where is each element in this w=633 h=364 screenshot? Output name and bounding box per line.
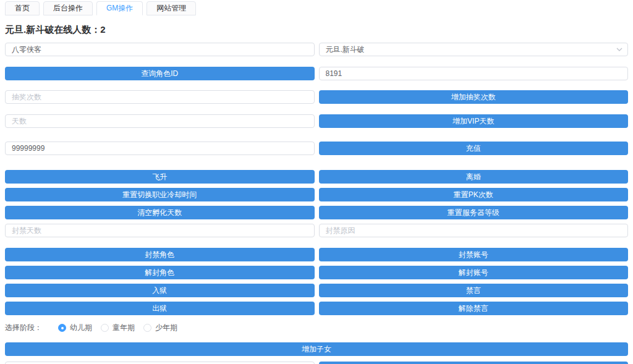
radio-stage-infant[interactable]: 幼儿期 bbox=[58, 323, 92, 333]
stage-label: 选择阶段： bbox=[5, 323, 42, 333]
ban-account-button[interactable]: 封禁账号 bbox=[319, 248, 629, 261]
jail-button[interactable]: 入狱 bbox=[5, 284, 315, 297]
row-lottery: 增加抽奖次数 bbox=[5, 90, 628, 104]
server-select[interactable]: 元旦.新斗破 bbox=[319, 43, 629, 56]
radio-stage-teen[interactable]: 少年期 bbox=[143, 323, 177, 333]
ascend-button[interactable]: 飞升 bbox=[5, 170, 315, 184]
child-id-input[interactable] bbox=[5, 362, 315, 364]
radio-stage-child-label: 童年期 bbox=[113, 323, 135, 333]
lottery-count-input[interactable] bbox=[5, 90, 315, 104]
add-child-health-button[interactable]: 增加子女健康度 bbox=[319, 362, 629, 364]
radio-icon bbox=[101, 324, 109, 332]
add-lottery-count-button[interactable]: 增加抽奖次数 bbox=[319, 90, 629, 104]
row-add-child: 增加子女 bbox=[5, 342, 628, 356]
radio-stage-child[interactable]: 童年期 bbox=[101, 323, 135, 333]
radio-icon bbox=[143, 324, 151, 332]
tab-gm-ops[interactable]: GM操作 bbox=[96, 1, 143, 15]
radio-stage-teen-label: 少年期 bbox=[155, 323, 177, 333]
tab-bar: 首页 后台操作 GM操作 网站管理 bbox=[5, 1, 628, 15]
role-id-input[interactable] bbox=[319, 67, 629, 80]
recharge-amount-input[interactable] bbox=[5, 142, 315, 155]
row-role-server: 元旦.新斗破 bbox=[5, 43, 628, 56]
row-ban-inputs bbox=[5, 224, 628, 237]
server-select-value: 元旦.新斗破 bbox=[326, 44, 365, 55]
row-ban-actions: 封禁角色 封禁账号 bbox=[5, 248, 628, 261]
add-vip-days-button[interactable]: 增加VIP天数 bbox=[319, 114, 629, 128]
days-input[interactable] bbox=[5, 114, 315, 128]
radio-icon bbox=[58, 324, 66, 332]
row-release-unmute: 出狱 解除禁言 bbox=[5, 302, 628, 315]
query-role-id-button[interactable]: 查询角色ID bbox=[5, 67, 315, 80]
clear-hatch-days-button[interactable]: 清空孵化天数 bbox=[5, 206, 315, 219]
row-reset-cooldown-pk: 重置切换职业冷却时间 重置PK次数 bbox=[5, 188, 628, 201]
recharge-button[interactable]: 充值 bbox=[319, 142, 629, 155]
release-jail-button[interactable]: 出狱 bbox=[5, 302, 315, 315]
row-child-health: 增加子女健康度 bbox=[5, 362, 628, 364]
ban-role-button[interactable]: 封禁角色 bbox=[5, 248, 315, 261]
reset-pk-count-button[interactable]: 重置PK次数 bbox=[319, 188, 629, 201]
chevron-down-icon bbox=[616, 46, 622, 53]
mute-button[interactable]: 禁言 bbox=[319, 284, 629, 297]
divorce-button[interactable]: 离婚 bbox=[319, 170, 629, 184]
stage-selector-row: 选择阶段： 幼儿期 童年期 少年期 bbox=[5, 323, 628, 332]
unmute-button[interactable]: 解除禁言 bbox=[319, 302, 629, 315]
tab-backend-ops[interactable]: 后台操作 bbox=[43, 1, 93, 15]
row-jail-mute: 入狱 禁言 bbox=[5, 284, 628, 297]
row-hatch-serverlevel: 清空孵化天数 重置服务器等级 bbox=[5, 206, 628, 219]
unban-role-button[interactable]: 解封角色 bbox=[5, 266, 315, 279]
unban-account-button[interactable]: 解封账号 bbox=[319, 266, 629, 279]
tab-home[interactable]: 首页 bbox=[5, 1, 40, 15]
reset-server-level-button[interactable]: 重置服务器等级 bbox=[319, 206, 629, 219]
ban-days-input[interactable] bbox=[5, 224, 315, 237]
page-title: 元旦.新斗破在线人数：2 bbox=[5, 24, 628, 36]
row-query-roleid: 查询角色ID bbox=[5, 67, 628, 80]
radio-stage-infant-label: 幼儿期 bbox=[70, 323, 92, 333]
add-child-button[interactable]: 增加子女 bbox=[5, 342, 628, 356]
row-unban-actions: 解封角色 解封账号 bbox=[5, 266, 628, 279]
role-name-input[interactable] bbox=[5, 43, 315, 56]
row-ascend-divorce: 飞升 离婚 bbox=[5, 170, 628, 184]
gm-admin-page: 首页 后台操作 GM操作 网站管理 元旦.新斗破在线人数：2 元旦.新斗破 查询… bbox=[0, 0, 633, 364]
ban-reason-input[interactable] bbox=[319, 224, 629, 237]
row-vip-days: 增加VIP天数 bbox=[5, 114, 628, 128]
tab-site-admin[interactable]: 网站管理 bbox=[147, 1, 196, 15]
row-recharge: 充值 bbox=[5, 142, 628, 155]
reset-job-cooldown-button[interactable]: 重置切换职业冷却时间 bbox=[5, 188, 315, 201]
